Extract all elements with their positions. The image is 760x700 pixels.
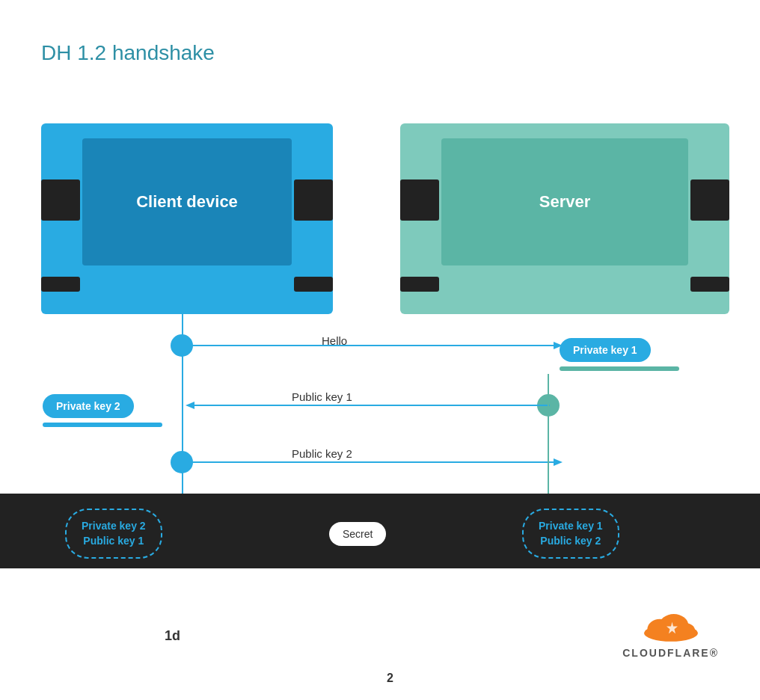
client-inner-box: Client device	[82, 138, 292, 265]
pk1-underline	[560, 366, 679, 371]
server-connector-left-bot	[400, 277, 439, 292]
client-connector-right-bot	[294, 277, 333, 292]
page-number: 2	[387, 672, 393, 685]
page-title: DH 1.2 handshake	[41, 41, 215, 65]
svg-marker-5	[554, 458, 563, 466]
hello-arrow-label: Hello	[322, 334, 347, 347]
client-connector-right-top	[294, 179, 333, 221]
pubkey1-arrow-label: Public key 1	[292, 390, 352, 403]
footer-label: 1d	[165, 628, 180, 644]
server-box: Server	[400, 123, 729, 314]
svg-point-15	[675, 623, 695, 639]
server-connector-left-top	[400, 179, 439, 221]
bottom-server-keys-pill: Private key 1 Public key 2	[522, 509, 619, 559]
circle-client-top	[171, 334, 193, 357]
private-key2-client-pill: Private key 2	[43, 394, 134, 418]
cloudflare-logo: CLOUDFLARE®	[622, 610, 719, 659]
client-connector-left-top	[41, 179, 80, 221]
bottom-server-keys-text: Private key 1 Public key 2	[539, 520, 603, 547]
private-key1-server-pill: Private key 1	[560, 338, 651, 362]
server-label: Server	[539, 192, 591, 212]
client-label: Client device	[136, 192, 238, 212]
bottom-client-keys-pill: Private key 2 Public key 1	[65, 509, 162, 559]
pubkey2-arrow-label: Public key 2	[292, 447, 352, 460]
circle-server	[537, 394, 560, 417]
svg-marker-3	[186, 402, 194, 409]
client-connector-left-bot	[41, 277, 80, 292]
server-inner-box: Server	[441, 138, 688, 265]
cloudflare-cloud-icon	[641, 610, 701, 643]
bottom-client-keys-text: Private key 2 Public key 1	[82, 520, 146, 547]
server-connector-right-top	[690, 179, 729, 221]
cloudflare-text: CLOUDFLARE®	[622, 647, 719, 659]
server-connector-right-bot	[690, 277, 729, 292]
secret-pill: Secret	[329, 522, 386, 546]
circle-client-bottom	[171, 451, 193, 473]
client-box: Client device	[41, 123, 333, 314]
pk2-underline	[43, 423, 162, 427]
